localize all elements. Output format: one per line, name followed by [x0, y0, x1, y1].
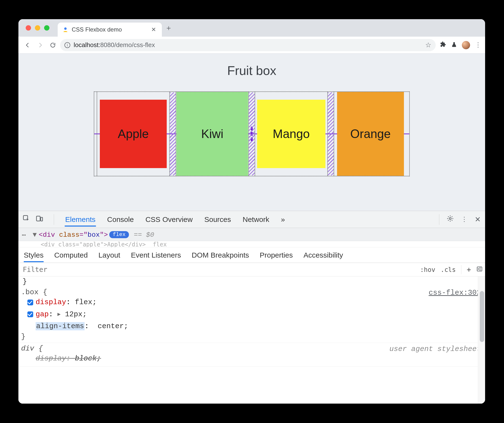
toolbar-right: ⋮: [440, 41, 481, 49]
browser-menu-icon[interactable]: ⋮: [475, 41, 481, 49]
element-tag-open: <div class="box">: [39, 231, 108, 239]
styles-pane[interactable]: } css-flex:302 .box { display: flex; gap…: [18, 277, 485, 404]
eq-zero-label: == $0: [134, 231, 154, 239]
flex-slot: Kiwi: [176, 92, 249, 176]
reload-button[interactable]: [47, 40, 58, 50]
expand-shorthand-icon[interactable]: ▶: [57, 311, 61, 317]
devtools-panel: Elements Console CSS Overview Sources Ne…: [18, 211, 485, 404]
gap-overlay: [249, 92, 255, 175]
window-controls: [26, 25, 49, 31]
closing-brace: }: [21, 333, 481, 341]
tab-title: CSS Flexbox demo: [72, 26, 147, 33]
new-tab-button[interactable]: ＋: [162, 23, 175, 33]
styles-tab-layout[interactable]: Layout: [98, 248, 120, 262]
prop-gap[interactable]: gap: ▶ 12px;: [21, 309, 481, 321]
rule-source-link[interactable]: css-flex:302: [429, 289, 481, 297]
back-button[interactable]: [22, 40, 33, 50]
flex-slot: Orange: [334, 92, 407, 176]
zoom-window-button[interactable]: [44, 25, 49, 31]
devtools-tab-console[interactable]: Console: [107, 212, 134, 227]
browser-window: CSS Flexbox demo ✕ ＋ i localhost:8080/de…: [18, 19, 485, 404]
device-toolbar-icon[interactable]: [36, 215, 43, 224]
selector-text[interactable]: .box {: [21, 288, 481, 296]
gap-overlay: [328, 92, 334, 175]
new-style-rule-button[interactable]: +: [467, 265, 471, 274]
styles-tab-accessibility[interactable]: Accessibility: [303, 248, 343, 262]
elements-child-preview: <div class="apple">Apple</div> flex: [18, 241, 485, 247]
flex-item-orange[interactable]: Orange: [337, 92, 404, 176]
prop-toggle-checkbox[interactable]: [27, 300, 33, 305]
prop-toggle-checkbox[interactable]: [27, 324, 33, 329]
page-heading: Fruit box: [227, 63, 276, 78]
inspect-element-icon[interactable]: [23, 215, 30, 224]
styles-filter-buttons: :hov .cls +: [420, 265, 485, 274]
close-tab-icon[interactable]: ✕: [150, 26, 157, 33]
svg-point-4: [449, 218, 451, 220]
flex-slot: Mango: [255, 92, 328, 176]
flex-slot: Apple: [97, 92, 170, 176]
devtools-tab-sources[interactable]: Sources: [204, 212, 231, 227]
devtools-tab-network[interactable]: Network: [242, 212, 270, 227]
hov-toggle[interactable]: :hov: [420, 266, 435, 273]
address-bar[interactable]: i localhost:8080/demo/css-flex ☆: [60, 39, 436, 51]
site-info-icon[interactable]: i: [64, 42, 70, 48]
forward-button[interactable]: [35, 40, 46, 50]
devtools-more-tabs[interactable]: »: [280, 212, 285, 227]
styles-tab-bar: Styles Computed Layout Event Listeners D…: [18, 247, 485, 263]
styles-filter-input[interactable]: [18, 266, 420, 274]
flex-container[interactable]: Apple Kiwi Mango Orange: [94, 91, 410, 176]
styles-tab-dom-breakpoints[interactable]: DOM Breakpoints: [192, 248, 249, 262]
prop-toggle-checkbox[interactable]: [27, 311, 33, 317]
bookmark-star-icon[interactable]: ☆: [425, 41, 431, 49]
flex-item-mango[interactable]: Mango: [257, 100, 325, 168]
page-viewport: Fruit box Apple Kiwi Mango Orange: [18, 54, 485, 211]
ua-stylesheet-label: user agent stylesheet: [389, 345, 481, 353]
favicon-icon: [63, 27, 68, 33]
styles-tab-computed[interactable]: Computed: [54, 248, 88, 262]
minimize-window-button[interactable]: [35, 25, 40, 31]
svg-point-0: [64, 27, 67, 30]
profile-avatar[interactable]: [462, 41, 470, 49]
devtools-tab-bar: Elements Console CSS Overview Sources Ne…: [18, 211, 485, 228]
styles-tab-properties[interactable]: Properties: [260, 248, 293, 262]
svg-rect-2: [37, 216, 40, 221]
styles-tab-styles[interactable]: Styles: [24, 248, 44, 262]
browser-tab[interactable]: CSS Flexbox demo ✕: [58, 23, 162, 37]
tree-toggle-icon[interactable]: ▼: [33, 231, 37, 239]
extensions-icon[interactable]: [440, 41, 446, 49]
flex-item-apple[interactable]: Apple: [100, 100, 167, 168]
tab-strip: CSS Flexbox demo ✕ ＋: [18, 19, 485, 37]
styles-tab-event-listeners[interactable]: Event Listeners: [131, 248, 181, 262]
breadcrumb-overflow-icon[interactable]: ⋯: [22, 231, 26, 239]
prop-align-items[interactable]: align-items: center;: [21, 320, 481, 333]
devtools-menu-icon[interactable]: ⋮: [461, 216, 467, 223]
cls-toggle[interactable]: .cls: [441, 266, 456, 273]
devtools-settings-icon[interactable]: [447, 215, 454, 224]
svg-rect-3: [41, 217, 43, 221]
flex-container-overlay: Apple Kiwi Mango Orange: [94, 91, 410, 176]
browser-toolbar: i localhost:8080/demo/css-flex ☆ ⋮: [18, 37, 485, 54]
styles-filter-bar: :hov .cls +: [18, 263, 485, 277]
address-text: localhost:8080/demo/css-flex: [74, 41, 422, 49]
devtools-tab-elements[interactable]: Elements: [65, 212, 96, 227]
devtools-close-icon[interactable]: ✕: [475, 215, 481, 224]
flex-item-kiwi[interactable]: Kiwi: [176, 92, 248, 176]
toggle-sidebar-icon[interactable]: [476, 266, 483, 274]
devtools-tab-css-overview[interactable]: CSS Overview: [145, 212, 193, 227]
rule-box: css-flex:302 .box { display: flex; gap: …: [19, 287, 485, 343]
closing-brace-prev: }: [19, 277, 485, 287]
elements-selected-node[interactable]: ⋯ ▼ <div class="box"> flex == $0: [18, 228, 485, 241]
close-window-button[interactable]: [26, 25, 31, 31]
prop-display[interactable]: display: flex;: [21, 296, 481, 309]
labs-icon[interactable]: [451, 41, 457, 49]
gap-overlay: [170, 92, 176, 175]
prop-display-ua: display: block;: [21, 353, 481, 365]
styles-scrollbar[interactable]: [478, 277, 485, 404]
flex-badge[interactable]: flex: [109, 231, 129, 238]
rule-user-agent: user agent stylesheet div { display: blo…: [19, 343, 485, 367]
